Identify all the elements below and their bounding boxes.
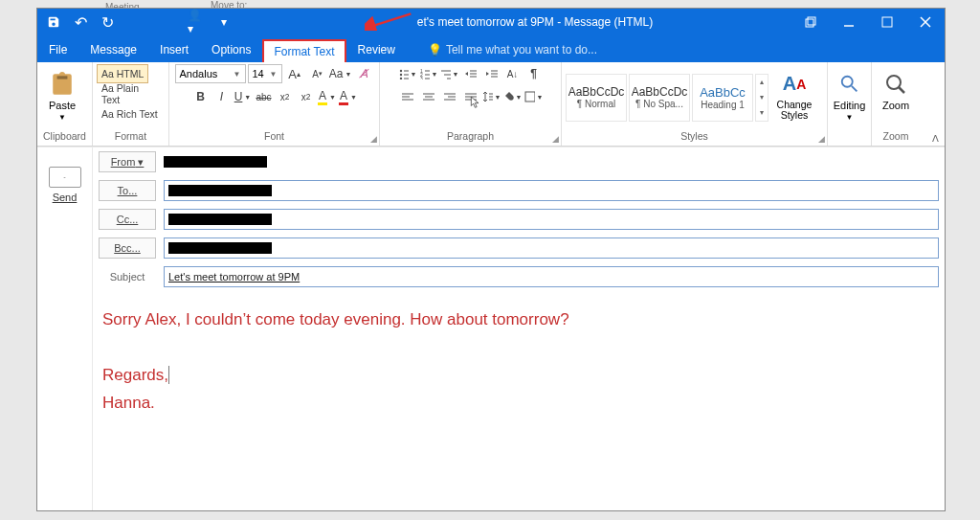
change-styles-label: Change Styles (770, 100, 818, 121)
shrink-font-button[interactable]: A▾ (307, 64, 328, 83)
collapse-ribbon-icon[interactable]: ᐱ (932, 133, 939, 144)
italic-button[interactable]: I (212, 87, 233, 106)
message-body[interactable]: Sorry Alex, I couldn’t come today evenin… (93, 291, 945, 510)
window-minimize-icon[interactable] (830, 9, 868, 35)
find-icon (836, 71, 863, 98)
subscript-button[interactable]: x2 (275, 87, 296, 106)
zoom-button[interactable]: Zoom (876, 69, 916, 126)
change-styles-button[interactable]: AA Change Styles (770, 69, 818, 126)
grow-font-button[interactable]: A▴ (284, 64, 305, 83)
paragraph-dialog-launcher-icon[interactable]: ◢ (552, 134, 559, 144)
bold-button[interactable]: B (190, 87, 212, 106)
align-left-button[interactable] (397, 87, 418, 106)
to-button[interactable]: To... (99, 180, 156, 201)
user-icon[interactable]: 👤▾ (187, 12, 208, 32)
underline-button[interactable]: U▼ (233, 87, 254, 106)
editing-label: Editing (834, 100, 866, 111)
window-close-icon[interactable] (906, 9, 945, 35)
highlight-button[interactable]: A▼ (317, 87, 338, 106)
tab-insert[interactable]: Insert (148, 37, 200, 62)
group-zoom: Zoom Zoom (872, 62, 920, 146)
group-font: Andalus▼ 14▼ A▴ A▾ Aa▼ A̸ B I U▼ abc x2 … (169, 62, 380, 146)
styles-group-label: Styles (566, 130, 823, 146)
group-paragraph: ▼ 123▼ ▼ A↓ ¶ ▼ ▼ ▼ (380, 62, 562, 146)
sort-button[interactable]: A↓ (502, 64, 523, 83)
paragraph-group-label: Paragraph (384, 130, 557, 146)
svg-point-45 (841, 76, 852, 86)
align-justify-button[interactable] (460, 87, 481, 106)
qat-customize-icon[interactable]: ▾ (213, 12, 234, 32)
tell-me-search[interactable]: 💡Tell me what you want to do... (418, 37, 607, 62)
tab-options[interactable]: Options (200, 37, 262, 62)
bullets-button[interactable]: ▼ (397, 64, 418, 83)
cc-button[interactable]: Cc... (99, 209, 156, 230)
change-case-button[interactable]: Aa▼ (330, 64, 351, 83)
format-group-label: Format (97, 130, 165, 146)
svg-point-12 (399, 78, 401, 79)
font-dialog-launcher-icon[interactable]: ◢ (370, 134, 377, 144)
styles-gallery-expand[interactable]: ▴▾▾ (755, 74, 768, 122)
to-field[interactable]: user1@example.com (164, 180, 939, 201)
text-cursor: ​ (168, 366, 169, 384)
bcc-field[interactable]: user3@example.com (164, 237, 939, 259)
row-bcc: Bcc... user3@example.com (93, 234, 945, 262)
format-html-button[interactable]: Aa HTML (97, 64, 148, 83)
svg-point-8 (399, 70, 401, 72)
zoom-icon (882, 71, 909, 98)
svg-point-47 (887, 76, 901, 89)
format-plain-button[interactable]: Aa Plain Text (97, 84, 165, 103)
ribbon: Paste ▼ Clipboard Aa HTML Aa Plain Text … (37, 62, 945, 147)
font-name-select[interactable]: Andalus▼ (175, 64, 246, 83)
strikethrough-button[interactable]: abc (254, 87, 275, 106)
decrease-indent-button[interactable] (460, 64, 481, 83)
align-right-button[interactable] (439, 87, 460, 106)
font-group-label: Font (173, 130, 375, 146)
line-spacing-button[interactable]: ▼ (481, 87, 502, 106)
subject-field[interactable]: Let's meet tomorrow at 9PM (164, 266, 939, 287)
style-normal-button[interactable]: AaBbCcDc¶ Normal (566, 74, 627, 122)
cursor-pointer-icon (469, 94, 482, 111)
save-icon[interactable] (43, 12, 64, 32)
cc-field[interactable]: user2@example.com (164, 209, 939, 230)
shading-button[interactable]: ▼ (502, 87, 523, 106)
styles-dialog-launcher-icon[interactable]: ◢ (818, 134, 825, 144)
svg-text:3: 3 (420, 76, 423, 79)
tab-review[interactable]: Review (346, 37, 407, 62)
paste-button[interactable]: Paste ▼ (41, 69, 83, 126)
show-hide-marks-button[interactable]: ¶ (523, 64, 545, 83)
numbering-button[interactable]: 123▼ (418, 64, 439, 83)
undo-icon[interactable]: ↶ (70, 12, 91, 32)
svg-rect-1 (806, 19, 813, 27)
font-name-value: Andalus (180, 68, 218, 79)
tab-file[interactable]: File (37, 37, 78, 62)
body-line-1: Sorry Alex, I couldn’t come today evenin… (102, 306, 935, 334)
style-heading1-button[interactable]: AaBbCcHeading 1 (692, 74, 753, 122)
svg-rect-7 (57, 76, 68, 79)
style-nospacing-button[interactable]: AaBbCcDc¶ No Spa... (629, 74, 690, 122)
align-center-button[interactable] (418, 87, 439, 106)
format-rich-button[interactable]: Aa Rich Text (97, 104, 163, 124)
paste-icon (49, 71, 76, 98)
clear-formatting-button[interactable]: A̸ (353, 64, 374, 83)
font-size-select[interactable]: 14▼ (248, 64, 282, 83)
font-color-button[interactable]: A▼ (338, 87, 359, 106)
redo-icon[interactable]: ↻ (97, 12, 118, 32)
multilevel-list-button[interactable]: ▼ (439, 64, 460, 83)
borders-button[interactable]: ▼ (523, 87, 545, 106)
increase-indent-button[interactable] (481, 64, 502, 83)
superscript-button[interactable]: x2 (296, 87, 317, 106)
window-maximize-icon[interactable] (868, 9, 906, 35)
window-restore-icon[interactable] (791, 9, 830, 35)
send-button[interactable]: Send (53, 192, 78, 203)
bcc-button[interactable]: Bcc... (99, 237, 156, 259)
tell-me-label: Tell me what you want to do... (446, 43, 597, 57)
body-line-3: Hanna. (102, 390, 935, 418)
tab-message[interactable]: Message (78, 37, 148, 62)
font-size-value: 14 (253, 68, 264, 79)
row-to: To... user1@example.com (93, 176, 945, 205)
zoom-group-label: Zoom (876, 130, 916, 146)
from-button[interactable]: From ▾ (99, 151, 156, 172)
clipboard-group-label: Clipboard (41, 130, 88, 146)
editing-button[interactable]: Editing▼ (832, 69, 867, 126)
tab-format-text[interactable]: Format Text (262, 39, 345, 62)
